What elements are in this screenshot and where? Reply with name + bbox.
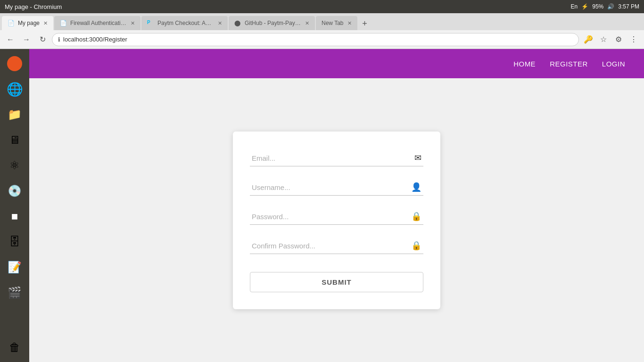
- sidebar-item-ubuntu[interactable]: [4, 53, 25, 74]
- trash-icon: 🗑: [9, 341, 20, 354]
- sidebar-item-software[interactable]: 🖥: [4, 129, 25, 151]
- disk-icon: 💿: [8, 184, 22, 197]
- tab-label-newtab: New Tab: [322, 20, 343, 26]
- os-title: My page - Chromium: [5, 3, 62, 10]
- ubuntu-logo: [7, 56, 22, 71]
- password-input[interactable]: [250, 209, 423, 224]
- software-icon: 🖥: [9, 133, 20, 147]
- email-group: ✉: [250, 150, 423, 166]
- tab-close-firewall[interactable]: ✕: [131, 20, 135, 26]
- confirm-password-group: 🔒: [250, 238, 423, 254]
- form-wrapper: ✉ 👤 🔒 🔒 SUBMIT: [29, 78, 644, 362]
- browser-window: 📄 My page ✕ 📄 Firewall Authentication k.…: [0, 13, 644, 362]
- main-layout: 🌐 📁 🖥 ⚛ 💿 ■ 🗄 📝 🎬: [0, 49, 644, 362]
- tab-favicon-paytm: P: [147, 20, 154, 26]
- username-group: 👤: [250, 180, 423, 196]
- editor-icon: 📝: [8, 261, 22, 274]
- email-input[interactable]: [250, 150, 423, 166]
- nav-login[interactable]: LOGIN: [602, 60, 625, 68]
- address-bar-actions: 🔑 ☆ ⚙ ⋮: [582, 33, 640, 46]
- sidebar-item-files[interactable]: 📁: [4, 104, 25, 125]
- confirm-lock-icon: 🔒: [411, 240, 421, 251]
- lang-indicator: En: [571, 3, 578, 10]
- register-card: ✉ 👤 🔒 🔒 SUBMIT: [233, 132, 440, 309]
- tab-label-github: GitHub - Paytm-Payments...: [245, 20, 301, 26]
- sidebar-item-chromium[interactable]: 🌐: [4, 78, 25, 100]
- files-icon: 📁: [8, 108, 22, 121]
- video-icon: 🎬: [8, 286, 22, 299]
- tab-favicon-github: ⬤: [234, 20, 241, 26]
- os-topbar: My page - Chromium En ⚡ 95% 🔊 3:57 PM: [0, 0, 644, 13]
- lock-icon: 🔒: [411, 211, 421, 222]
- clock: 3:57 PM: [618, 3, 639, 10]
- tab-mypage[interactable]: 📄 My page ✕: [2, 16, 53, 30]
- nav-home[interactable]: HOME: [513, 60, 536, 68]
- battery-indicator: 95%: [592, 3, 603, 10]
- tab-paytm[interactable]: P Paytm Checkout: Accept... ✕: [141, 16, 228, 30]
- username-input[interactable]: [250, 180, 423, 195]
- tab-firewall[interactable]: 📄 Firewall Authentication k... ✕: [54, 16, 140, 30]
- reload-button[interactable]: ↻: [36, 33, 49, 46]
- sidebar-item-disk[interactable]: 💿: [4, 180, 25, 202]
- tab-bar: 📄 My page ✕ 📄 Firewall Authentication k.…: [0, 13, 644, 30]
- tab-github[interactable]: ⬤ GitHub - Paytm-Payments... ✕: [229, 16, 315, 30]
- key-icon[interactable]: 🔑: [582, 33, 595, 46]
- ssl-info-icon: ℹ: [58, 36, 60, 43]
- tab-favicon-mypage: 📄: [8, 20, 14, 26]
- page-content: HOME REGISTER LOGIN ✉ 👤: [29, 49, 644, 362]
- storage-icon: 🗄: [9, 235, 20, 248]
- tab-favicon-firewall: 📄: [60, 20, 66, 26]
- sidebar: 🌐 📁 🖥 ⚛ 💿 ■ 🗄 📝 🎬: [0, 49, 29, 362]
- sidebar-item-video[interactable]: 🎬: [4, 282, 25, 304]
- tab-label-firewall: Firewall Authentication k...: [70, 20, 127, 26]
- url-bar[interactable]: ℹ localhost:3000/Register: [52, 33, 579, 46]
- tab-label-paytm: Paytm Checkout: Accept...: [157, 20, 214, 26]
- password-group: 🔒: [250, 209, 423, 225]
- extensions-icon[interactable]: ⚙: [612, 33, 625, 46]
- app-header: HOME REGISTER LOGIN: [29, 49, 644, 78]
- submit-button[interactable]: SUBMIT: [250, 272, 423, 292]
- confirm-password-input[interactable]: [250, 238, 423, 254]
- volume-icon: 🔊: [607, 3, 614, 10]
- address-bar: ← → ↻ ℹ localhost:3000/Register 🔑 ☆ ⚙ ⋮: [0, 30, 644, 49]
- tab-close-paytm[interactable]: ✕: [218, 20, 222, 26]
- os-topbar-left: My page - Chromium: [5, 3, 62, 10]
- terminal-icon: ■: [11, 210, 18, 223]
- email-icon: ✉: [414, 153, 421, 163]
- sidebar-item-storage[interactable]: 🗄: [4, 231, 25, 253]
- chromium-icon: 🌐: [7, 82, 23, 97]
- sidebar-item-trash[interactable]: 🗑: [4, 337, 25, 358]
- science-icon: ⚛: [9, 159, 20, 172]
- tab-close-mypage[interactable]: ✕: [43, 20, 48, 26]
- url-text: localhost:3000/Register: [63, 36, 127, 43]
- sidebar-item-science[interactable]: ⚛: [4, 155, 25, 176]
- nav-register[interactable]: REGISTER: [550, 60, 588, 68]
- sidebar-item-terminal[interactable]: ■: [4, 206, 25, 227]
- tab-close-newtab[interactable]: ✕: [347, 20, 352, 26]
- tab-close-github[interactable]: ✕: [305, 20, 309, 26]
- tab-newtab[interactable]: New Tab ✕: [316, 16, 357, 30]
- new-tab-button[interactable]: +: [358, 17, 372, 30]
- tab-label-mypage: My page: [18, 20, 40, 26]
- os-topbar-right: En ⚡ 95% 🔊 3:57 PM: [571, 3, 639, 10]
- bluetooth-icon: ⚡: [581, 3, 588, 10]
- bookmark-icon[interactable]: ☆: [597, 33, 610, 46]
- forward-button[interactable]: →: [20, 33, 33, 46]
- sidebar-item-editor[interactable]: 📝: [4, 256, 25, 278]
- user-icon: 👤: [411, 182, 421, 192]
- back-button[interactable]: ←: [4, 33, 17, 46]
- menu-icon[interactable]: ⋮: [627, 33, 640, 46]
